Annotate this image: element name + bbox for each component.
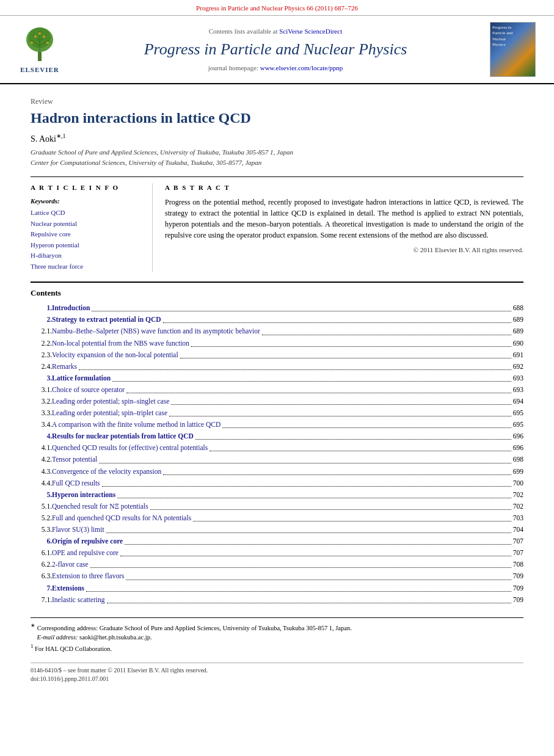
toc-title-cell: Quenched QCD results for (effective) cen… xyxy=(52,442,523,454)
svg-point-8 xyxy=(34,35,37,38)
abstract-heading: A B S T R A C T xyxy=(165,183,523,192)
toc-label: Origin of repulsive core xyxy=(52,536,123,546)
toc-row: 2.4.Remarks692 xyxy=(31,360,523,372)
toc-row: 3.1.Choice of source operator693 xyxy=(31,383,523,395)
article-info-abstract: A R T I C L E I N F O Keywords: Lattice … xyxy=(31,176,523,272)
toc-title-cell: Introduction688 xyxy=(52,302,523,314)
contents-section: Contents 1.Introduction6882.Strategy to … xyxy=(31,282,523,606)
toc-title-cell: A comparison with the finite volume meth… xyxy=(52,419,523,431)
toc-label: Full and quenched QCD results for NΛ pot… xyxy=(52,513,191,523)
toc-label: Convergence of the velocity expansion xyxy=(52,467,161,476)
toc-num: 2.2. xyxy=(31,337,52,349)
toc-page: 703 xyxy=(513,513,523,523)
toc-page: 696 xyxy=(513,431,523,441)
toc-title-cell: Inelastic scattering709 xyxy=(52,594,523,605)
toc-row: 4.3.Convergence of the velocity expansio… xyxy=(31,465,523,477)
toc-num: 2. xyxy=(31,314,52,325)
keyword-4: H-dibaryon xyxy=(31,250,143,261)
toc-row: 6.Origin of repulsive core707 xyxy=(31,536,523,547)
toc-page: 693 xyxy=(513,385,523,394)
toc-title-cell: Strategy to extract potential in QCD689 xyxy=(52,314,523,325)
toc-dot-fill xyxy=(150,509,511,510)
toc-title-cell: Extensions709 xyxy=(52,582,523,594)
toc-num: 4.3. xyxy=(31,465,52,477)
toc-title-cell: 2-flavor case708 xyxy=(52,559,523,570)
toc-dot-fill xyxy=(210,451,511,451)
toc-dot-fill xyxy=(193,521,511,522)
toc-row: 2.2.Non-local potential from the NBS wav… xyxy=(31,337,523,349)
toc-page: 707 xyxy=(513,548,523,558)
toc-title-cell: Full QCD results700 xyxy=(52,477,523,489)
toc-page: 709 xyxy=(513,595,523,605)
toc-title-cell: Extension to three flavors709 xyxy=(52,570,523,582)
toc-dot-fill xyxy=(126,580,511,580)
toc-label: Non-local potential from the NBS wave fu… xyxy=(52,338,189,348)
toc-label: Extensions xyxy=(52,583,84,593)
toc-num: 5.1. xyxy=(31,500,52,512)
toc-page: 689 xyxy=(513,326,523,336)
article-info-section: A R T I C L E I N F O Keywords: Lattice … xyxy=(31,183,153,272)
toc-row: 2.1.Nambu–Bethe–Salpeter (NBS) wave func… xyxy=(31,325,523,337)
copyright-line: © 2011 Elsevier B.V. All rights reserved… xyxy=(165,245,523,255)
toc-page: 695 xyxy=(513,408,523,418)
toc-dot-fill xyxy=(107,603,511,603)
toc-num: 4.2. xyxy=(31,454,52,465)
toc-num: 5.2. xyxy=(31,512,52,523)
toc-dot-fill xyxy=(102,486,511,487)
toc-num: 2.4. xyxy=(31,360,52,372)
footnote-section: ∗ Corresponding address: Graduate School… xyxy=(31,617,523,653)
toc-num: 2.1. xyxy=(31,325,52,337)
toc-dot-fill xyxy=(120,556,511,556)
footnote-corresponding: ∗ Corresponding address: Graduate School… xyxy=(31,622,523,633)
toc-page: 708 xyxy=(513,559,523,569)
affiliation-2: Center for Computational Sciences, Unive… xyxy=(31,158,523,168)
toc-page: 689 xyxy=(513,314,523,324)
toc-num: 3.1. xyxy=(31,383,52,395)
elsevier-logo-block: ELSEVIER xyxy=(18,24,61,75)
toc-row: 5.Hyperon interactions702 xyxy=(31,489,523,500)
footnote-email: E-mail address: saoki@het.ph.tsukuba.ac.… xyxy=(31,633,523,642)
toc-page: 702 xyxy=(513,501,523,511)
toc-num: 4.1. xyxy=(31,442,52,454)
toc-title-cell: Convergence of the velocity expansion699 xyxy=(52,465,523,477)
toc-title-cell: Hyperon interactions702 xyxy=(52,489,523,500)
toc-page: 709 xyxy=(513,583,523,593)
toc-dot-fill xyxy=(106,532,511,533)
toc-num: 3.3. xyxy=(31,407,52,419)
toc-dot-fill xyxy=(171,404,511,405)
toc-title-cell: Quenched result for NΞ potentials702 xyxy=(52,500,523,512)
toc-label: Full QCD results xyxy=(52,478,100,488)
toc-num: 6.3. xyxy=(31,570,52,582)
keyword-2: Repulsive core xyxy=(31,229,143,240)
elsevier-wordmark: ELSEVIER xyxy=(20,65,59,75)
paper-title: Hadron interactions in lattice QCD xyxy=(31,109,523,127)
homepage-link[interactable]: www.elsevier.com/locate/ppnp xyxy=(260,64,343,71)
toc-num: 3.2. xyxy=(31,396,52,407)
toc-title-cell: Tensor potential698 xyxy=(52,454,523,465)
toc-dot-fill xyxy=(163,474,511,475)
toc-num: 5. xyxy=(31,489,52,500)
toc-label: Extension to three flavors xyxy=(52,571,124,581)
journal-thumb-text: Progress inParticle andNuclearPhysics xyxy=(492,25,512,47)
journal-title: Progress in Particle and Nuclear Physics xyxy=(67,38,484,60)
toc-row: 3.4.A comparison with the finite volume … xyxy=(31,419,523,431)
footnote-corresponding-text: Corresponding address: Graduate School o… xyxy=(37,625,352,631)
toc-label: A comparison with the finite volume meth… xyxy=(52,420,221,429)
sciverse-link[interactable]: SciVerse ScienceDirect xyxy=(279,27,342,35)
toc-row: 3.3.Leading order potential; spin–triple… xyxy=(31,407,523,419)
toc-row: 4.1.Quenched QCD results for (effective)… xyxy=(31,442,523,454)
toc-dot-fill xyxy=(126,393,511,393)
toc-page: 698 xyxy=(513,454,523,464)
toc-title-cell: Non-local potential from the NBS wave fu… xyxy=(52,337,523,349)
toc-row: 2.Strategy to extract potential in QCD68… xyxy=(31,314,523,325)
toc-page: 694 xyxy=(513,396,523,406)
footnote-star: ∗ xyxy=(31,622,35,628)
toc-row: 1.Introduction688 xyxy=(31,302,523,314)
author-superscript: ∗,1 xyxy=(56,133,66,139)
toc-dot-fill xyxy=(191,346,511,347)
toc-num: 2.3. xyxy=(31,349,52,360)
toc-title-cell: Results for nuclear potentials from latt… xyxy=(52,431,523,442)
toc-label: OPE and repulsive core xyxy=(52,548,118,558)
toc-row: 4.Results for nuclear potentials from la… xyxy=(31,431,523,442)
toc-label: 2-flavor case xyxy=(52,559,89,569)
